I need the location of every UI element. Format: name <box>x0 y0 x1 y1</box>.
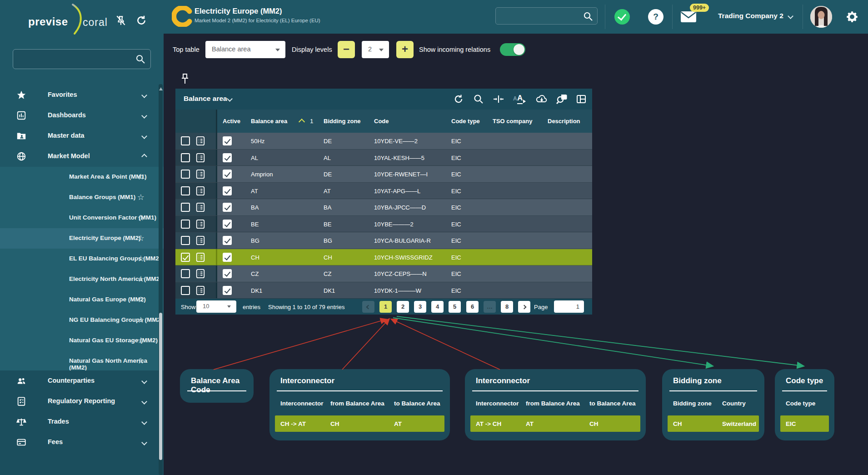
page-size-select[interactable]: 10 <box>196 300 236 313</box>
next-page-button[interactable] <box>518 301 530 313</box>
search-icon[interactable] <box>473 94 484 105</box>
favorite-star-icon[interactable]: ☆ <box>137 254 145 264</box>
card-interconnector-1[interactable]: Interconnector Interconnectorfrom Balanc… <box>269 369 450 440</box>
sidebar-item-market-model[interactable]: Market Model <box>0 146 164 167</box>
page-button[interactable]: 5 <box>449 301 461 313</box>
row-select-checkbox[interactable] <box>181 286 190 295</box>
sidebar-item-dashboards[interactable]: Dashboards <box>0 105 164 126</box>
mail-icon[interactable] <box>680 10 697 25</box>
table-row[interactable]: ALAL10YAL-KESH——5EIC <box>175 150 592 166</box>
sidebar-subitem-selected[interactable]: Electricity Europe (MM2)☆ <box>0 228 164 249</box>
sidebar-subitem[interactable]: Electricity North America (MM2)☆ <box>0 269 164 290</box>
layout-columns-icon[interactable] <box>576 94 587 105</box>
card-data-row[interactable]: EIC <box>780 415 829 432</box>
table-row[interactable]: 50HzDE10YDE-VE——2EIC <box>175 133 592 150</box>
sidebar-item-trades[interactable]: Trades <box>0 412 164 432</box>
col-code[interactable]: Code <box>374 118 389 125</box>
sidebar-subitem[interactable]: Unit Conversion Factor (MM1)☆ <box>0 208 164 228</box>
favorite-star-icon[interactable]: ☆ <box>137 172 145 182</box>
card-data-row[interactable]: AT -> CHATCH <box>470 415 640 432</box>
active-checkbox[interactable] <box>223 253 232 262</box>
increase-levels-button[interactable]: + <box>396 41 414 58</box>
decrease-levels-button[interactable]: − <box>338 41 355 58</box>
row-details-button[interactable] <box>195 235 205 245</box>
sidebar-item-favorites[interactable]: Favorites <box>0 85 164 105</box>
favorite-star-icon[interactable]: ☆ <box>137 356 145 366</box>
search-data-icon[interactable] <box>556 94 567 105</box>
row-details-button[interactable] <box>195 269 205 279</box>
card-data-row[interactable]: CH -> ATCHAT <box>275 415 444 432</box>
help-icon[interactable]: ? <box>648 9 663 25</box>
sidebar-item-regulatory-reporting[interactable]: Regulatory Reporting <box>0 391 164 412</box>
favorite-star-icon[interactable]: ☆ <box>137 233 145 243</box>
active-checkbox[interactable] <box>223 269 232 278</box>
active-checkbox[interactable] <box>223 236 232 245</box>
favorite-star-icon[interactable]: ☆ <box>137 335 145 345</box>
sidebar-search-input[interactable] <box>18 50 131 69</box>
card-code-type[interactable]: Code type Code type EIC <box>775 369 834 440</box>
show-incoming-toggle[interactable] <box>500 43 525 56</box>
row-select-checkbox[interactable] <box>181 236 190 245</box>
row-details-button[interactable] <box>195 202 205 212</box>
col-bidding-zone[interactable]: Bidding zone <box>324 118 361 125</box>
prev-page-button[interactable] <box>362 301 374 313</box>
col-tso-company[interactable]: TSO company <box>493 118 532 125</box>
sidebar-item-counterparties[interactable]: Counterparties <box>0 371 164 391</box>
table-row-highlighted[interactable]: CHCH10YCH-SWISSGRIDZEIC <box>175 249 592 266</box>
active-checkbox[interactable] <box>223 170 232 179</box>
refresh-icon[interactable] <box>453 94 464 105</box>
sort-asc-icon[interactable] <box>299 119 305 125</box>
page-button[interactable]: 8 <box>501 301 513 313</box>
page-number-input[interactable] <box>554 300 584 313</box>
table-row[interactable]: AmprionDE10YDE-RWENET—IEIC <box>175 166 592 183</box>
sidebar-subitem[interactable]: Balance Groups (MM1)☆ <box>0 187 164 208</box>
page-button[interactable]: 1 <box>379 301 392 313</box>
row-details-button[interactable] <box>195 153 205 163</box>
row-select-checkbox[interactable] <box>181 153 190 162</box>
settings-gear-icon[interactable] <box>845 10 859 25</box>
row-details-button[interactable] <box>195 252 205 262</box>
company-menu[interactable]: Trading Company 2 <box>718 12 783 20</box>
table-row[interactable]: CZCZ10YCZ-CEPS——NEIC <box>175 265 592 282</box>
top-table-select[interactable]: Balance area <box>205 41 285 58</box>
row-select-checkbox[interactable] <box>181 220 190 229</box>
active-checkbox[interactable] <box>223 153 232 162</box>
col-description[interactable]: Description <box>548 118 580 125</box>
col-active[interactable]: Active <box>223 118 240 125</box>
sidebar-subitem[interactable]: NG EU Balancing Groups (MM2)☆ <box>0 310 164 330</box>
table-row[interactable]: BEBE10YBE———2EIC <box>175 216 592 233</box>
fit-columns-icon[interactable] <box>493 94 504 105</box>
row-details-button[interactable] <box>195 186 205 196</box>
sidebar-item-master-data[interactable]: Master data <box>0 126 164 146</box>
favorite-star-icon[interactable]: ☆ <box>137 274 145 284</box>
table-row[interactable]: BABA10YBA-JPCC——DEIC <box>175 199 592 216</box>
sidebar-subitem[interactable]: Market Area & Point (MM1)☆ <box>0 167 164 187</box>
card-balance-area-code[interactable]: Balance Area Code <box>180 369 254 403</box>
sidebar-subitem[interactable]: Natural Gas Europe (MM2)☆ <box>0 290 164 310</box>
favorite-star-icon[interactable]: ☆ <box>137 295 145 305</box>
row-details-button[interactable] <box>195 169 205 179</box>
row-details-button[interactable] <box>195 136 205 146</box>
favorite-star-icon[interactable]: ☆ <box>137 315 145 325</box>
row-select-checkbox[interactable] <box>181 186 190 195</box>
card-bidding-zone[interactable]: Bidding zone Bidding zoneCountry CHSwitz… <box>662 369 764 440</box>
row-select-checkbox[interactable] <box>181 136 190 145</box>
pin-icon[interactable] <box>179 73 191 88</box>
active-checkbox[interactable] <box>223 220 232 229</box>
row-select-checkbox-checked[interactable] <box>181 253 190 262</box>
chevron-down-icon[interactable] <box>227 96 233 102</box>
unpin-sidebar-icon[interactable] <box>115 15 127 28</box>
text-format-icon[interactable]: AA <box>513 94 527 105</box>
sidebar-scrollbar-up-arrow[interactable] <box>159 87 163 90</box>
favorite-star-icon[interactable]: ☆ <box>137 192 145 202</box>
active-checkbox[interactable] <box>223 203 232 212</box>
sidebar-subitem[interactable]: Natural Gas EU Storage (MM2)☆ <box>0 330 164 351</box>
active-checkbox[interactable] <box>223 286 232 295</box>
row-details-button[interactable] <box>195 219 205 229</box>
page-button[interactable]: 2 <box>397 301 409 313</box>
table-row[interactable]: ATAT10YAT-APG——LEIC <box>175 183 592 200</box>
global-search-input[interactable] <box>499 8 581 24</box>
page-button[interactable]: 6 <box>466 301 479 313</box>
active-checkbox[interactable] <box>223 136 232 145</box>
row-select-checkbox[interactable] <box>181 170 190 179</box>
